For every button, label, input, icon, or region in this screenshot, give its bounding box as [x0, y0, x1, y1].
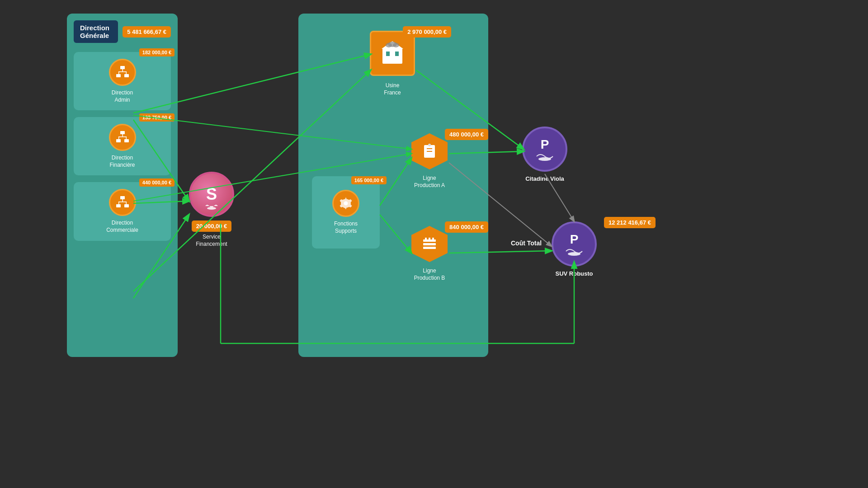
direction-financiere-badge: 133 750,00 €	[139, 113, 175, 122]
direction-admin-badge: 182 000,00 €	[139, 48, 175, 56]
svg-rect-19	[118, 202, 119, 204]
svg-rect-35	[423, 239, 436, 242]
citadine-viola-letter: P	[541, 137, 549, 152]
svg-rect-14	[120, 196, 125, 199]
service-financement-badge: 20 000,00 €	[192, 221, 232, 232]
cout-total-label: Coût Total	[511, 239, 542, 247]
svg-point-34	[428, 144, 431, 146]
direction-commerciale-icon	[109, 189, 136, 216]
svg-point-30	[393, 43, 399, 47]
panel-direction-generale: Direction Générale 5 481 666,67 € 182 00…	[67, 14, 178, 357]
svg-rect-17	[122, 199, 123, 202]
citadine-viola-icon: P	[522, 127, 567, 172]
ligne-production-b-label: LigneProduction B	[414, 267, 445, 282]
svg-rect-38	[425, 238, 427, 239]
svg-rect-24	[386, 52, 390, 56]
citadine-viola-label: Citadine Viola	[525, 175, 564, 182]
svg-rect-13	[126, 136, 127, 139]
ligne-production-a-badge: 480 000,00 €	[445, 129, 488, 140]
svg-rect-11	[118, 136, 127, 137]
svg-rect-7	[120, 131, 125, 134]
svg-rect-2	[124, 74, 129, 77]
svg-rect-37	[423, 247, 436, 249]
svg-rect-3	[122, 69, 123, 71]
svg-rect-15	[116, 204, 121, 207]
svg-rect-1	[116, 74, 121, 77]
suv-robusto-badge: 12 212 416,67 €	[604, 217, 656, 228]
direction-commerciale-label: DirectionCommerciale	[106, 220, 138, 234]
fonctions-supports-label: FonctionsSupports	[334, 221, 358, 235]
svg-rect-10	[122, 134, 123, 136]
svg-rect-39	[429, 238, 430, 239]
ligne-production-a-label: LigneProduction A	[414, 175, 445, 189]
service-financement-icon: S	[189, 172, 234, 217]
svg-rect-18	[118, 202, 127, 202]
panel-fonctions-supports: 165 000,00 € FonctionsSupports	[312, 176, 380, 249]
ligne-production-b-badge: 840 000,00 €	[445, 221, 488, 233]
ligne-production-b-node: 840 000,00 € LigneProduction B	[411, 226, 448, 282]
suv-robusto-letter: P	[570, 232, 579, 247]
svg-rect-25	[395, 52, 399, 56]
suv-robusto-node: P 12 212 416,67 € SUV Robusto	[552, 221, 597, 277]
sub-panel-direction-commerciale: 440 000,00 € DirectionCommerciale	[74, 182, 171, 240]
ligne-production-b-icon	[411, 226, 448, 262]
svg-rect-8	[116, 139, 121, 142]
direction-admin-label: DirectionAdmin	[112, 89, 133, 103]
svg-point-22	[207, 207, 216, 210]
panel-header: Direction Générale 5 481 666,67 €	[74, 20, 171, 43]
svg-rect-0	[120, 66, 125, 69]
usine-france-icon	[370, 31, 415, 76]
svg-rect-26	[390, 56, 395, 64]
ligne-production-a-node: 480 000,00 € LigneProduction A	[411, 133, 448, 189]
direction-generale-label: Direction Générale	[74, 20, 118, 43]
direction-commerciale-badge: 440 000,00 €	[139, 178, 175, 187]
direction-generale-budget: 5 481 666,67 €	[123, 26, 171, 38]
service-financement-label: ServiceFinancement	[196, 234, 227, 248]
svg-point-41	[538, 157, 551, 161]
svg-rect-5	[118, 71, 119, 74]
citadine-viola-node: P Citadine Viola	[522, 127, 567, 182]
usine-france-label: UsineFrance	[384, 82, 401, 96]
usine-france-badge: 2 970 000,00 €	[403, 26, 451, 38]
svg-rect-9	[124, 139, 129, 142]
svg-rect-4	[118, 71, 127, 72]
direction-financiere-label: DirectionFinancière	[109, 155, 135, 169]
ligne-production-a-icon	[411, 133, 448, 169]
sub-panel-direction-admin: 182 000,00 € DirectionAdmin	[74, 52, 171, 110]
svg-rect-12	[118, 136, 119, 139]
sub-panel-direction-financiere: 133 750,00 € DirectionFinancière	[74, 117, 171, 175]
svg-rect-16	[124, 204, 129, 207]
diagram-container: Direction Générale 5 481 666,67 € 182 00…	[0, 0, 868, 488]
svg-rect-6	[126, 71, 127, 74]
service-financement-node: S 20 000,00 € ServiceFinancement	[189, 172, 234, 248]
suv-robusto-icon: P	[552, 221, 597, 267]
svg-rect-20	[126, 202, 127, 204]
suv-robusto-label: SUV Robusto	[555, 270, 593, 277]
direction-admin-icon	[109, 59, 136, 86]
svg-rect-36	[423, 243, 436, 245]
svg-point-29	[386, 43, 392, 47]
svg-rect-40	[432, 238, 434, 239]
usine-france-node: 2 970 000,00 € UsineFrance	[370, 31, 415, 96]
fonctions-supports-badge: 165 000,00 €	[351, 176, 387, 184]
service-financement-letter: S	[206, 185, 217, 204]
svg-point-42	[568, 252, 580, 256]
direction-financiere-icon	[109, 124, 136, 151]
